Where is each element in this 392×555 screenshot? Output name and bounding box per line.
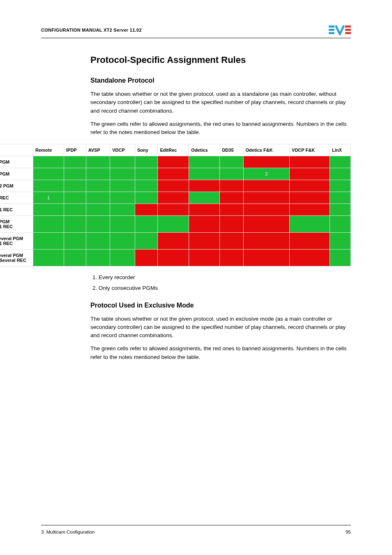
table-cell [158,192,189,204]
table-cell [220,156,243,168]
table-cell [86,168,110,180]
table-cell [220,216,243,233]
table-cell [158,233,189,250]
table-cell [158,156,189,168]
header-title: CONFIGURATION MANUAL XT2 Server 11.02 [41,28,142,32]
table-row: 1 PGM [0,156,351,168]
table-cell [86,156,110,168]
table-cell [220,250,243,266]
evs-logo-icon [329,25,351,35]
table-cell [290,216,330,233]
note-2: Only consecutive PGMs [99,283,351,294]
table-notes: Every recorder Only consecutive PGMs [99,272,351,293]
table-row-header: 1 PGM [0,156,33,168]
table-row: Several PGM+ Several REC [0,250,351,266]
table-cell [290,233,330,250]
section2-para1: The table shows whether or not the given… [90,315,351,340]
table-cell [86,180,110,192]
table-cell [158,216,189,233]
table-cell [135,216,158,233]
table-cell [158,250,189,266]
table-cell [189,250,220,266]
section1-para2: The green cells refer to allowed assignm… [90,120,351,137]
svg-rect-4 [345,29,351,31]
table-cell [330,192,351,204]
table-row: Several PGM+ 1 REC [0,233,351,250]
assignment-table-wrapper: RemoteIPDPAVSPVDCPSonyEditRecOdeticsDD35… [0,144,351,266]
table-cell [243,204,290,216]
table-cell [33,156,64,168]
table-header-row: RemoteIPDPAVSPVDCPSonyEditRecOdeticsDD35… [0,144,351,156]
table-cell [33,180,64,192]
table-row-header: > 1 REC [0,204,33,216]
table-cell [330,180,351,192]
footer-right: 95 [346,530,351,534]
table-cell [189,180,220,192]
table-cell [135,156,158,168]
page-header: CONFIGURATION MANUAL XT2 Server 11.02 [41,25,351,38]
table-row-header: 2 PGM [0,168,33,180]
table-cell [135,204,158,216]
table-cell [135,250,158,266]
table-cell [243,216,290,233]
table-col-header: Remote [33,144,64,156]
table-cell [290,204,330,216]
table-cell [189,156,220,168]
table-cell [33,168,64,180]
table-cell [64,156,86,168]
table-cell [33,233,64,250]
table-cell [330,216,351,233]
table-cell [158,180,189,192]
svg-rect-0 [329,25,334,28]
table-cell [220,180,243,192]
table-row-header: 1 PGM+ 1 REC [0,216,33,233]
table-cell [243,192,290,204]
table-cell [86,192,110,204]
table-cell [86,233,110,250]
table-cell [290,168,330,180]
table-cell [243,250,290,266]
table-cell [158,168,189,180]
table-cell [189,204,220,216]
table-cell [33,216,64,233]
table-cell [64,204,86,216]
table-cell [330,156,351,168]
table-cell [189,168,220,180]
assignment-table: RemoteIPDPAVSPVDCPSonyEditRecOdeticsDD35… [0,144,351,266]
table-cell [135,233,158,250]
svg-rect-5 [345,32,351,34]
table-cell [243,180,290,192]
table-cell [135,180,158,192]
table-cell [64,216,86,233]
table-cell [290,250,330,266]
table-row-header: > 2 PGM [0,180,33,192]
table-cell [158,204,189,216]
svg-rect-3 [345,25,351,28]
table-cell [110,216,135,233]
table-cell [110,180,135,192]
table-cell [189,233,220,250]
table-col-header: DD35 [220,144,243,156]
table-col-header: Sony [135,144,158,156]
table-col-header: Odetics F&K [243,144,290,156]
table-col-header [0,144,33,156]
section1-heading: Standalone Protocol [90,77,351,84]
table-cell [110,250,135,266]
table-cell [330,250,351,266]
table-cell [64,180,86,192]
table-cell [290,180,330,192]
table-cell [290,156,330,168]
svg-rect-2 [329,32,334,34]
section2-heading: Protocol Used in Exclusive Mode [90,302,351,309]
table-cell [33,204,64,216]
note-1: Every recorder [99,272,351,283]
table-cell [220,233,243,250]
table-cell: 1 [33,192,64,204]
table-cell [64,168,86,180]
table-cell [64,233,86,250]
table-cell [220,204,243,216]
table-row: > 2 PGM [0,180,351,192]
page-footer: 3. Multicam Configuration 95 [41,525,351,534]
table-cell [220,168,243,180]
page: CONFIGURATION MANUAL XT2 Server 11.02 Pr… [0,0,392,555]
